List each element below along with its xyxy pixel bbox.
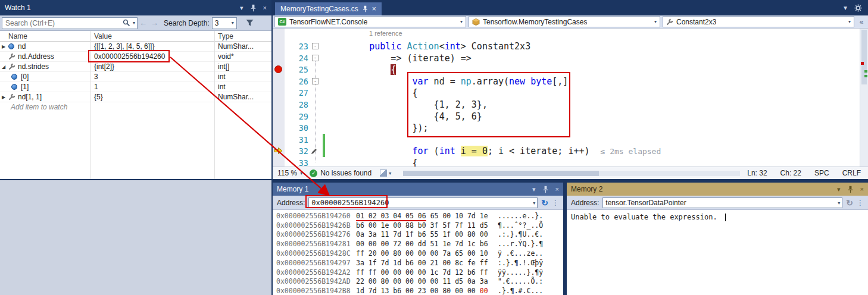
project-dropdown[interactable]: C# TensorFlowNET.Console ▾ bbox=[274, 16, 466, 27]
editor-horizontal-scrollbar[interactable] bbox=[403, 171, 740, 176]
tab-memorytestingcases[interactable]: MemoryTestingCases.cs × bbox=[275, 2, 382, 15]
memory1-address-input[interactable] bbox=[308, 197, 538, 208]
search-next-icon[interactable]: → bbox=[151, 18, 158, 27]
memory-bytes[interactable]: 1d 7d 13 b6 00 23 00 80 00 00 00 bbox=[356, 287, 493, 295]
window-menu-chevron-icon[interactable]: ▾ bbox=[837, 186, 841, 193]
close-icon[interactable]: × bbox=[860, 186, 864, 193]
watch-value[interactable]: 0x000002556b194260 bbox=[90, 52, 214, 61]
memory-row[interactable]: 0x000002556B19428Cff 20 00 80 00 00 00 7… bbox=[273, 249, 563, 258]
code-line[interactable]: 29 {4, 5, 6} bbox=[273, 111, 860, 123]
memory1-hex[interactable]: 0x000002556B19426001 02 03 04 05 06 65 0… bbox=[273, 210, 563, 295]
watch-searchbox[interactable]: ▾ bbox=[2, 17, 138, 29]
memory-bytes[interactable]: ff 20 00 80 00 00 00 7a 65 00 10 bbox=[356, 249, 493, 258]
watch-row[interactable]: nd.Address0x000002556b194260void* bbox=[0, 52, 271, 62]
editor-vertical-scrollbar[interactable] bbox=[860, 29, 868, 167]
watch-value[interactable]: {[[1, 2, 3], [4, 5, 6]]} bbox=[90, 42, 214, 51]
code-line[interactable]: 25 { bbox=[273, 64, 860, 76]
gear-icon[interactable] bbox=[854, 4, 862, 12]
toolbar-overflow-icon[interactable]: ⋮ bbox=[552, 199, 559, 207]
code-line[interactable]: 24- => (iterate) => bbox=[273, 52, 860, 64]
window-menu-chevron-icon[interactable]: ▾ bbox=[240, 5, 243, 11]
class-dropdown[interactable]: Tensorflow.MemoryTestingCases ▾ bbox=[469, 16, 660, 27]
watch-value[interactable]: {int[2]} bbox=[90, 62, 214, 71]
watch-value[interactable]: 1 bbox=[90, 83, 214, 91]
search-depth-combo[interactable]: 3 ▾ bbox=[212, 17, 237, 29]
navbar-options-icon[interactable]: « bbox=[857, 18, 866, 26]
memory-row[interactable]: 0x000002556B1942B81d 7d 13 b6 00 23 00 8… bbox=[273, 286, 563, 295]
memory-row[interactable]: 0x000002556B1942973a 1f 7d 1d b6 00 21 0… bbox=[273, 258, 563, 268]
watch-value[interactable]: {5} bbox=[90, 93, 214, 101]
watch-row[interactable]: ▶nd[1, 1]{5}NumShar... bbox=[0, 92, 271, 102]
memory-bytes[interactable]: 0a 3a 11 7d 1f b6 55 1f 00 80 00 bbox=[356, 230, 493, 238]
fold-collapse-icon[interactable]: - bbox=[312, 78, 319, 84]
watch-row[interactable]: [0]3int bbox=[0, 72, 271, 82]
memory2-message-area[interactable]: Unable to evaluate the expression. bbox=[567, 210, 868, 295]
memory-bytes[interactable]: 01 02 03 04 05 06 65 00 10 7d 1e bbox=[356, 212, 493, 220]
search-options-chevron-icon[interactable]: ▾ bbox=[133, 20, 135, 26]
code-line[interactable]: 28 {1, 2, 3}, bbox=[273, 99, 860, 111]
memory-bytes[interactable]: 22 00 80 00 00 00 00 11 d5 0a 3a bbox=[356, 277, 493, 285]
chevron-down-icon[interactable]: ▾ bbox=[389, 171, 391, 176]
watch-row[interactable]: ◢nd.strides{int[2]}int[] bbox=[0, 62, 271, 72]
memory-row[interactable]: 0x000002556B19428100 00 00 72 00 dd 51 1… bbox=[273, 239, 563, 249]
member-dropdown[interactable]: Constant2x3 ▾ bbox=[663, 16, 854, 27]
fold-collapse-icon[interactable]: - bbox=[312, 55, 319, 61]
refresh-icon[interactable]: ↻ bbox=[541, 198, 548, 208]
code-line[interactable]: 27 { bbox=[273, 87, 860, 99]
watch-filter-icon[interactable] bbox=[245, 19, 254, 27]
code-line[interactable]: 33 { bbox=[273, 157, 860, 167]
watch-value[interactable]: 3 bbox=[90, 73, 214, 81]
memory-row[interactable]: 0x000002556B1942760a 3a 11 7d 1f b6 55 1… bbox=[273, 230, 563, 240]
expand-icon[interactable]: ▶ bbox=[0, 95, 8, 100]
code-line[interactable]: 32 for (int i = 0; i < iterate; i++)≤ 2m… bbox=[273, 145, 860, 157]
memory-row[interactable]: 0x000002556B19426001 02 03 04 05 06 65 0… bbox=[273, 211, 563, 221]
memory-bytes[interactable]: b6 00 1e 00 88 b0 3f 5f 7f 11 d5 bbox=[356, 221, 493, 230]
memory-bytes[interactable]: 3a 1f 7d 1d b6 00 21 00 8c fe ff bbox=[356, 259, 493, 267]
close-icon[interactable]: × bbox=[555, 186, 559, 193]
code-line[interactable]: 31 bbox=[273, 134, 860, 146]
expand-icon[interactable]: ▶ bbox=[0, 44, 8, 49]
search-prev-icon[interactable]: ← bbox=[139, 18, 147, 27]
pin-icon[interactable] bbox=[848, 186, 853, 193]
refresh-icon[interactable]: ↻ bbox=[846, 198, 853, 208]
memory-row[interactable]: 0x000002556B19426Bb6 00 1e 00 88 b0 3f 5… bbox=[273, 221, 563, 230]
memory1-titlebar[interactable]: Memory 1 ▾ × bbox=[273, 183, 563, 196]
memory-bytes[interactable]: 00 00 00 72 00 dd 51 1e 7d 1c b6 bbox=[356, 240, 493, 248]
code-line[interactable]: 23- public Action<int> Constant2x3 bbox=[273, 40, 860, 52]
fold-collapse-icon[interactable]: - bbox=[312, 43, 319, 49]
window-menu-chevron-icon[interactable]: ▾ bbox=[532, 186, 536, 193]
collapse-icon[interactable]: ◢ bbox=[0, 64, 8, 70]
change-tracking-bar bbox=[323, 145, 325, 157]
close-icon[interactable]: × bbox=[263, 5, 267, 11]
breakpoint-icon[interactable] bbox=[274, 65, 282, 73]
memory2-address-input[interactable] bbox=[602, 197, 842, 208]
pin-icon[interactable] bbox=[543, 186, 548, 193]
memory-row[interactable]: 0x000002556B1942AD22 00 80 00 00 00 00 1… bbox=[273, 277, 563, 287]
pin-tab-icon[interactable] bbox=[363, 5, 368, 12]
add-watch-item[interactable]: Add item to watch bbox=[0, 102, 271, 112]
document-health-icon[interactable] bbox=[380, 170, 387, 177]
scrollbar-thumb[interactable] bbox=[403, 171, 598, 176]
watch-row[interactable]: [1]1int bbox=[0, 82, 271, 92]
chevron-down-icon[interactable]: ▾ bbox=[533, 200, 535, 206]
tab-list-chevron-icon[interactable]: ▾ bbox=[844, 4, 847, 12]
code-line[interactable]: 30 }); bbox=[273, 122, 860, 134]
memory-bytes[interactable]: ff ff 00 00 00 00 1c 7d 12 b6 ff bbox=[356, 268, 493, 277]
watch-row[interactable]: ▶nd{[[1, 2, 3], [4, 5, 6]]}NumShar... bbox=[0, 42, 271, 52]
memory-row[interactable]: 0x000002556B1942A2ff ff 00 00 00 00 1c 7… bbox=[273, 268, 563, 277]
pin-icon[interactable] bbox=[251, 4, 256, 12]
memory1-address-combo[interactable]: ▾ bbox=[308, 197, 538, 208]
close-tab-icon[interactable]: × bbox=[372, 5, 376, 13]
code-line[interactable]: 26- var nd = np.array(new byte[,] bbox=[273, 76, 860, 87]
zoom-dropdown[interactable]: 115 % ▾ bbox=[273, 169, 310, 177]
memory2-titlebar[interactable]: Memory 2 ▾ × bbox=[567, 183, 868, 196]
search-input[interactable] bbox=[2, 18, 137, 29]
status-line-ending: CRLF bbox=[842, 169, 861, 177]
watch-titlebar[interactable]: Watch 1 ▾ × bbox=[0, 0, 271, 15]
memory2-address-combo[interactable]: ▾ bbox=[602, 197, 842, 208]
chevron-down-icon[interactable]: ▾ bbox=[838, 200, 840, 206]
code-editor[interactable]: 1 reference 23- public Action<int> Const… bbox=[273, 29, 860, 167]
toolbar-overflow-icon[interactable]: ⋮ bbox=[857, 199, 864, 207]
issues-label[interactable]: No issues found bbox=[320, 169, 371, 177]
codelens-references[interactable]: 1 reference bbox=[369, 30, 402, 37]
